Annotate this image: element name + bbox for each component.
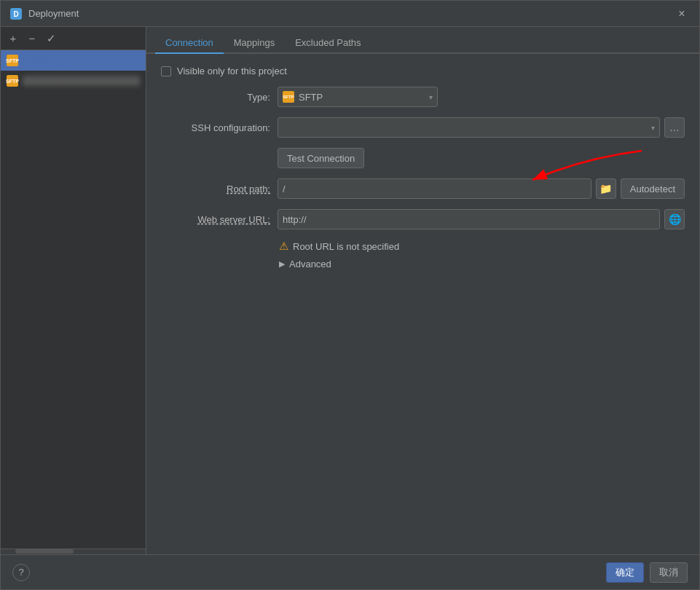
server-list: SFTP server1 :2.2 SFTP server2 :2.2	[1, 50, 146, 548]
type-dropdown-arrow: ▾	[429, 93, 433, 101]
add-server-button[interactable]: +	[5, 31, 21, 47]
ok-button[interactable]: 确定	[606, 562, 644, 583]
sftp-icon-2: SFTP	[7, 75, 18, 87]
sidebar: + − ✓ SFTP server1 :2.2 SFTP	[1, 27, 146, 554]
type-control: SFTP SFTP ▾	[278, 87, 685, 107]
advanced-row[interactable]: ▶ Advanced	[161, 259, 685, 270]
folder-icon: 📁	[599, 183, 612, 194]
visible-only-checkbox[interactable]	[161, 66, 171, 76]
root-path-input[interactable]	[278, 178, 591, 199]
ssh-dropdown-arrow: ▾	[651, 124, 655, 132]
warning-icon: ⚠	[279, 240, 288, 253]
root-path-row: Root path: 📁 Autodetect	[161, 178, 685, 199]
connection-form: Visible only for this project Type: SFTP…	[146, 54, 699, 554]
visible-only-label: Visible only for this project	[177, 66, 287, 76]
type-label: Type:	[161, 92, 278, 103]
root-path-label: Root path:	[161, 184, 278, 194]
web-server-url-row: Web server URL: 🌐	[161, 209, 685, 229]
sftp-type-icon: SFTP	[283, 91, 294, 103]
server-name-2: server2 :2.2	[23, 76, 140, 86]
ssh-config-row: SSH configuration: ▾ …	[161, 117, 685, 138]
sidebar-toolbar: + − ✓	[1, 27, 146, 50]
tab-bar: Connection Mappings Excluded Paths	[146, 27, 699, 54]
help-button[interactable]: ?	[12, 564, 30, 581]
server-item-1[interactable]: SFTP server1 :2.2	[1, 50, 146, 71]
root-path-control: 📁 Autodetect	[278, 178, 685, 199]
web-server-url-label: Web server URL:	[161, 214, 278, 225]
server-item-2[interactable]: SFTP server2 :2.2	[1, 71, 146, 91]
cancel-button[interactable]: 取消	[650, 562, 688, 583]
warning-row: ⚠ Root URL is not specified	[161, 240, 685, 253]
tab-excluded-paths[interactable]: Excluded Paths	[285, 33, 371, 54]
server-name-1: server1 :2.2	[23, 55, 140, 66]
ellipsis-icon: …	[669, 122, 680, 133]
svg-text:D: D	[13, 10, 18, 18]
ssh-config-control: ▾ …	[278, 117, 685, 138]
warning-message: Root URL is not specified	[293, 241, 399, 252]
ssh-config-dropdown[interactable]: ▾	[278, 117, 660, 138]
type-select-wrap: SFTP SFTP ▾	[278, 87, 438, 107]
type-row: Type: SFTP SFTP ▾	[161, 87, 685, 107]
tab-connection[interactable]: Connection	[155, 33, 224, 54]
remove-server-button[interactable]: −	[24, 31, 40, 47]
web-server-url-control: 🌐	[278, 209, 685, 229]
deployment-dialog: D Deployment × + − ✓ SFTP server1	[0, 0, 700, 590]
sidebar-scrollbar[interactable]	[1, 548, 146, 554]
advanced-expand-icon: ▶	[279, 259, 285, 269]
advanced-label: Advanced	[289, 259, 331, 270]
ssh-config-more-button[interactable]: …	[664, 117, 685, 138]
type-value: SFTP	[299, 92, 323, 103]
visible-only-row: Visible only for this project	[161, 66, 685, 76]
ssh-config-label: SSH configuration:	[161, 122, 278, 133]
globe-icon: 🌐	[669, 213, 681, 225]
bottom-left: ?	[12, 564, 30, 581]
dialog-title: Deployment	[28, 8, 673, 19]
type-select[interactable]: SFTP SFTP ▾	[278, 87, 438, 107]
tab-mappings[interactable]: Mappings	[224, 33, 285, 54]
bottom-bar: ? 确定 取消	[1, 554, 699, 589]
sftp-icon-1: SFTP	[7, 55, 18, 66]
app-icon: D	[9, 7, 23, 20]
right-panel: Connection Mappings Excluded Paths Visib…	[146, 27, 699, 554]
open-browser-button[interactable]: 🌐	[664, 209, 685, 229]
close-button[interactable]: ×	[673, 5, 691, 23]
test-connection-row: Test Connection	[161, 148, 685, 168]
test-connection-button[interactable]: Test Connection	[278, 148, 364, 168]
main-content: + − ✓ SFTP server1 :2.2 SFTP	[1, 27, 699, 554]
web-server-url-input[interactable]	[278, 209, 660, 229]
title-bar: D Deployment ×	[1, 1, 699, 27]
test-connection-control: Test Connection	[278, 148, 685, 168]
autodetect-button[interactable]: Autodetect	[621, 178, 685, 199]
scrollbar-thumb	[15, 549, 74, 554]
browse-folder-button[interactable]: 📁	[596, 178, 616, 199]
apply-server-button[interactable]: ✓	[43, 31, 59, 47]
bottom-right: 确定 取消	[606, 562, 688, 583]
